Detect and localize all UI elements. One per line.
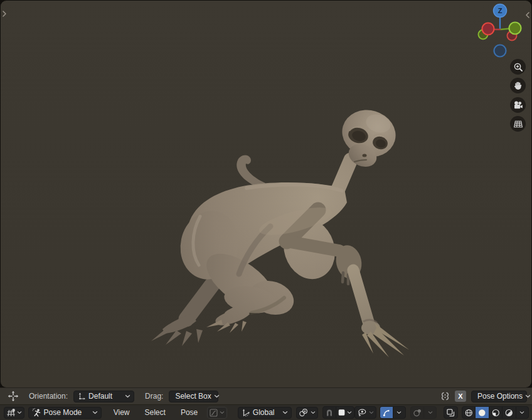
visibility-eye-icon	[357, 408, 366, 417]
show-overlays-toggle[interactable]	[411, 407, 423, 418]
chevron-down-icon	[308, 410, 316, 415]
orientation-label: Orientation:	[29, 392, 68, 401]
shading-solid-button[interactable]	[475, 407, 489, 418]
snap-toggle[interactable]	[323, 407, 336, 418]
zoom-button[interactable]	[510, 59, 526, 75]
proportional-falloff-icon	[210, 409, 218, 417]
chevron-down-icon	[519, 410, 524, 415]
gizmos-group	[380, 406, 406, 419]
tool-settings-bar: Orientation: Default Drag: Sel	[0, 387, 532, 404]
viewport-header: Pose Mode View Select Pose	[0, 404, 532, 420]
3d-viewport[interactable]: Z	[1, 1, 531, 387]
blender-window: Z	[0, 0, 532, 420]
pivot-point-icon	[299, 408, 308, 417]
material-shading-icon	[491, 408, 501, 417]
chevron-down-icon	[525, 394, 531, 399]
model-near-arm	[353, 270, 409, 357]
collapse-arrow-left-icon	[525, 11, 530, 19]
chevron-down-icon	[125, 394, 130, 399]
drag-label: Drag:	[145, 392, 163, 401]
shading-rendered-button[interactable]	[502, 407, 516, 418]
proportional-falloff-dropdown[interactable]	[207, 407, 227, 419]
overlays-icon	[413, 408, 422, 417]
object-visibility-dropdown[interactable]	[355, 407, 375, 418]
navigation-gizmo[interactable]: Z	[472, 2, 530, 60]
mirror-x-icon	[440, 391, 450, 401]
gizmo-axis-x[interactable]	[482, 23, 494, 35]
chevron-down-icon	[214, 394, 220, 399]
shading-material-button[interactable]	[489, 407, 503, 418]
pose-options-label: Pose Options	[475, 392, 525, 401]
chevron-down-icon	[218, 410, 225, 415]
pivot-point-dropdown[interactable]	[296, 407, 319, 419]
camera-view-button[interactable]	[510, 97, 526, 113]
orientation-axes-icon	[77, 392, 86, 401]
snap-target-dropdown[interactable]	[336, 407, 354, 418]
drag-value: Select Box	[173, 392, 213, 401]
chevron-down-icon	[282, 410, 288, 415]
mirror-x-toggle[interactable]: X	[455, 391, 466, 402]
wireframe-shading-icon	[464, 408, 474, 417]
chevron-down-icon	[347, 410, 352, 415]
global-orientation-icon	[242, 408, 250, 417]
menu-pose[interactable]: Pose	[176, 406, 202, 419]
transform-orientation-dropdown[interactable]: Global	[238, 407, 292, 419]
orientation-dropdown[interactable]: Default	[73, 391, 134, 402]
mode-dropdown[interactable]: Pose Mode	[28, 407, 102, 419]
orthographic-toggle-button[interactable]	[510, 116, 526, 132]
overlays-group	[410, 406, 437, 419]
collapse-arrow-right-icon	[2, 10, 7, 18]
move-tool-icon	[8, 391, 19, 402]
gizmos-dropdown[interactable]	[393, 407, 405, 418]
chevron-down-icon	[92, 410, 98, 415]
pan-hand-icon	[513, 81, 523, 91]
pose-options-dropdown[interactable]: Pose Options	[471, 391, 527, 402]
gizmo-axis-neg-z[interactable]	[494, 45, 506, 57]
snap-magnet-icon	[325, 408, 334, 417]
mode-value: Pose Mode	[41, 408, 92, 417]
orthographic-grid-icon	[513, 119, 523, 129]
xray-toggle[interactable]	[444, 407, 457, 418]
editor-type-button[interactable]	[4, 407, 24, 419]
object-visibility-group	[354, 406, 376, 419]
menu-view[interactable]: View	[109, 406, 134, 419]
chevron-down-icon	[428, 410, 433, 415]
rendered-shading-icon	[504, 408, 514, 417]
menu-select[interactable]: Select	[141, 406, 170, 419]
drag-dropdown[interactable]: Select Box	[169, 391, 218, 402]
show-gizmos-toggle[interactable]	[380, 407, 393, 418]
model-far-leg	[151, 284, 213, 346]
pan-button[interactable]	[510, 78, 526, 93]
gizmo-axis-y[interactable]	[509, 23, 521, 34]
chevron-down-icon	[369, 410, 374, 415]
shading-mode-group	[462, 406, 529, 419]
shading-wireframe-button[interactable]	[462, 407, 476, 418]
sidebar-expand-arrow[interactable]	[524, 9, 531, 21]
pose-mode-icon	[32, 408, 41, 417]
shading-dropdown[interactable]	[516, 407, 528, 418]
camera-view-icon	[513, 100, 523, 110]
editor-type-icon	[6, 408, 16, 417]
overlays-dropdown[interactable]	[423, 407, 436, 418]
xray-toggle-icon	[446, 408, 455, 417]
chevron-down-icon	[16, 410, 22, 415]
posed-character-model[interactable]	[1, 1, 531, 387]
gizmo-toggle-icon	[382, 408, 391, 417]
transform-orientation-value: Global	[250, 408, 282, 417]
solid-shading-icon	[477, 408, 487, 417]
zoom-icon	[513, 62, 523, 72]
snap-target-icon	[338, 409, 345, 416]
xray-group	[444, 406, 458, 419]
chevron-down-icon	[396, 410, 402, 415]
orientation-value: Default	[86, 392, 125, 401]
snapping-group	[322, 406, 354, 419]
toolbar-expand-arrow[interactable]	[1, 8, 8, 19]
gizmo-z-label: Z	[498, 7, 503, 14]
